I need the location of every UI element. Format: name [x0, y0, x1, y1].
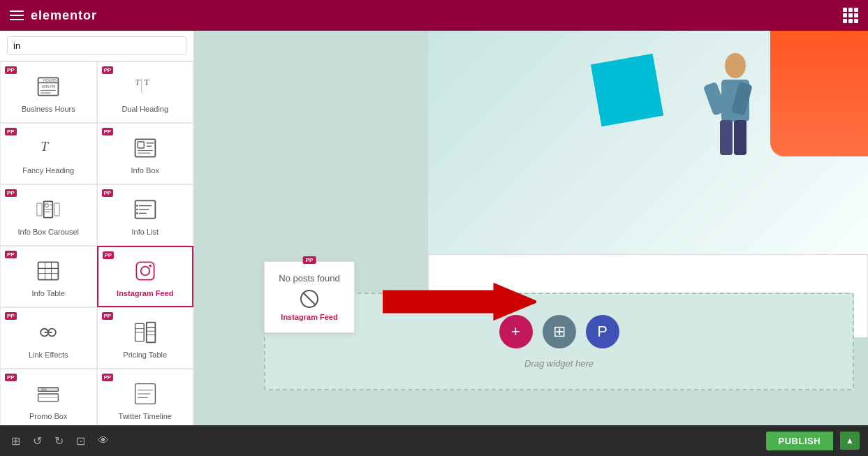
svg-rect-61 — [734, 120, 746, 155]
svg-rect-19 — [45, 204, 49, 207]
redo-icon[interactable]: ↻ — [52, 432, 66, 450]
svg-point-29 — [136, 212, 138, 214]
no-posts-pp-badge: PP — [303, 256, 316, 264]
canvas-hero-image — [428, 31, 868, 254]
search-bar — [0, 31, 193, 61]
info-list-icon — [131, 196, 159, 223]
bottom-bar: ⊞ ↺ ↻ ⊡ 👁 PUBLISH ▲ — [0, 425, 868, 456]
canvas-top-section — [428, 31, 868, 254]
svg-rect-35 — [136, 262, 154, 279]
svg-text:T: T — [135, 78, 140, 87]
svg-marker-65 — [383, 284, 536, 319]
widget-link-effects-label: Link Effects — [29, 351, 68, 359]
hamburger-menu[interactable] — [10, 10, 24, 20]
widget-instagram-feed[interactable]: PP Instagram Feed — [97, 246, 194, 307]
pp-badge: PP — [5, 312, 17, 320]
svg-text:HOURS: HOURS — [43, 78, 57, 82]
red-arrow — [383, 281, 536, 325]
no-posts-text: No posts found — [279, 273, 340, 284]
pp-badge: PP — [102, 189, 114, 197]
widget-fancy-heading-label: Fancy Heading — [22, 166, 74, 175]
search-input[interactable] — [7, 36, 186, 55]
pp-badge: PP — [5, 66, 17, 74]
svg-rect-42 — [147, 323, 156, 343]
sidebar: PP HOURS MON-FRI Business Hours PP — [0, 31, 194, 425]
business-hours-icon: HOURS MON-FRI — [34, 73, 62, 101]
pp-badge: PP — [102, 312, 114, 320]
teal-decoration — [591, 54, 663, 126]
svg-point-27 — [136, 205, 138, 207]
svg-line-63 — [303, 293, 316, 305]
widget-info-table[interactable]: PP Info Table — [0, 246, 97, 307]
link-effects-icon — [34, 318, 62, 346]
pp-badge: PP — [5, 251, 17, 258]
widget-fancy-heading[interactable]: PP T Fancy Heading — [0, 123, 97, 184]
svg-rect-16 — [37, 203, 42, 216]
svg-rect-60 — [720, 120, 733, 155]
grid-icon[interactable] — [843, 8, 858, 23]
widget-promo-box-label: Promo Box — [29, 412, 67, 420]
pp-badge: PP — [103, 251, 115, 259]
drag-widget-text: Drag widget here — [524, 358, 594, 369]
widget-twitter-timeline-label: Twitter Timeline — [119, 412, 172, 420]
instagram-feed-icon — [131, 257, 159, 285]
dual-heading-icon: T T — [131, 73, 159, 101]
pp-badge: PP — [5, 128, 17, 135]
pp-badge: PP — [5, 374, 17, 381]
no-posts-widget-label: Instagram Feed — [279, 313, 340, 321]
promo-box-icon: 30% — [34, 380, 62, 408]
pp-badge: PP — [102, 128, 114, 135]
fancy-heading-icon: T — [34, 134, 62, 162]
widget-twitter-timeline[interactable]: PP Twitter Timeline — [97, 369, 194, 425]
widget-info-box-carousel-label: Info Box Carousel — [18, 228, 79, 236]
layers-icon[interactable]: ⊞ — [8, 432, 23, 450]
pp-badge: PP — [5, 189, 17, 197]
add-section-button[interactable]: ⊞ — [543, 315, 576, 348]
canvas-area: PP No posts found Instagram Feed + — [194, 31, 868, 425]
svg-text:30%: 30% — [41, 388, 47, 392]
publish-dropdown-button[interactable]: ▲ — [840, 432, 860, 450]
widget-info-box-carousel[interactable]: PP Info Box Carousel — [0, 184, 97, 246]
add-pp-button[interactable]: P — [586, 315, 619, 348]
svg-text:T: T — [41, 138, 50, 154]
widget-info-table-label: Info Table — [31, 289, 65, 297]
svg-rect-11 — [138, 142, 144, 148]
widget-instagram-feed-label: Instagram Feed — [117, 289, 173, 297]
info-table-icon — [34, 257, 62, 285]
widget-dual-heading-label: Dual Heading — [122, 105, 168, 113]
widgets-grid: PP HOURS MON-FRI Business Hours PP — [0, 61, 193, 425]
info-box-carousel-icon — [34, 196, 62, 223]
widget-info-box-label: Info Box — [131, 166, 159, 175]
widget-business-hours[interactable]: PP HOURS MON-FRI Business Hours — [0, 61, 97, 123]
svg-point-28 — [136, 209, 138, 211]
svg-point-56 — [725, 53, 746, 78]
preview-icon[interactable]: 👁 — [95, 432, 112, 450]
widget-info-list-label: Info List — [131, 228, 159, 236]
widget-info-list[interactable]: PP Info List — [97, 184, 194, 246]
pricing-table-icon — [131, 318, 159, 346]
svg-rect-18 — [54, 203, 59, 216]
svg-text:T: T — [144, 78, 149, 87]
widget-pricing-table[interactable]: PP Pricing Table — [97, 307, 194, 369]
widget-promo-box[interactable]: PP 30% Promo Box — [0, 369, 97, 425]
orange-decoration — [770, 31, 868, 156]
widget-info-box[interactable]: PP Info Box — [97, 123, 194, 184]
pp-badge: PP — [102, 66, 114, 74]
app-title: elementor — [31, 8, 97, 23]
no-entry-icon — [279, 289, 340, 309]
svg-rect-30 — [38, 262, 59, 279]
widget-link-effects[interactable]: PP Link Effects — [0, 307, 97, 369]
info-box-icon — [131, 134, 159, 162]
top-bar: elementor — [0, 0, 868, 31]
responsive-icon[interactable]: ⊡ — [73, 432, 88, 450]
twitter-timeline-icon — [131, 380, 159, 408]
no-posts-popup: PP No posts found Instagram Feed — [264, 261, 355, 333]
widget-pricing-table-label: Pricing Table — [123, 351, 167, 359]
publish-button[interactable]: PUBLISH — [766, 432, 834, 450]
widget-business-hours-label: Business Hours — [22, 105, 75, 113]
undo-icon[interactable]: ↺ — [30, 432, 45, 450]
pp-badge: PP — [102, 374, 114, 381]
widget-dual-heading[interactable]: PP T T Dual Heading — [97, 61, 194, 123]
svg-point-37 — [149, 265, 152, 267]
svg-text:MON-FRI: MON-FRI — [42, 85, 55, 89]
